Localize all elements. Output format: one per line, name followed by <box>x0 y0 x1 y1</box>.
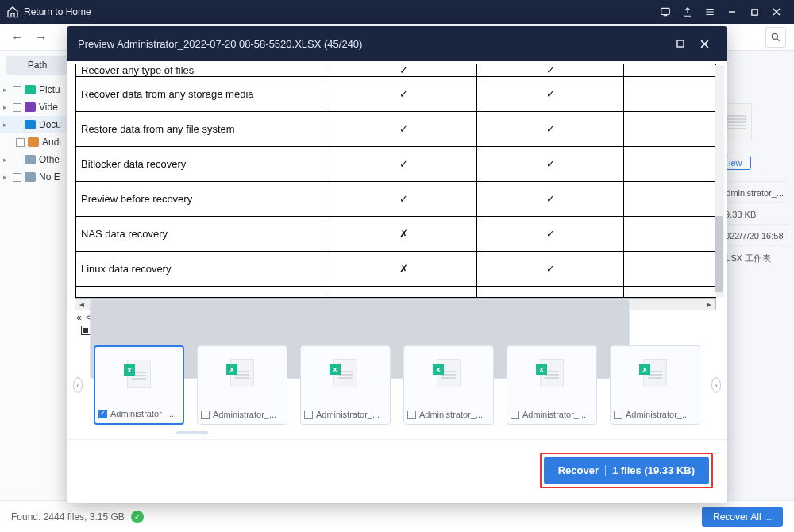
path-tab[interactable]: Path <box>6 56 68 75</box>
svg-rect-0 <box>661 8 670 14</box>
horizontal-scrollbar[interactable]: ◄► <box>75 298 716 310</box>
tree-checkbox[interactable] <box>13 156 21 164</box>
feature-cell: Recover data from any storage media <box>76 77 330 112</box>
forward-button[interactable]: → <box>32 28 51 47</box>
col2-cell: ✓ <box>477 64 624 77</box>
thumb-checkbox[interactable] <box>304 411 313 419</box>
sidebar-item[interactable]: ▸Docu <box>0 116 75 133</box>
svg-point-2 <box>772 33 777 39</box>
thumb-checkbox[interactable] <box>201 411 210 419</box>
menu-icon[interactable] <box>699 0 721 24</box>
thumb-checkbox[interactable] <box>511 411 519 419</box>
tree-checkbox[interactable] <box>13 173 21 182</box>
maximize-button[interactable] <box>743 0 765 24</box>
recover-button[interactable]: Recover 1 files (19.33 KB) <box>544 457 709 484</box>
col3-cell <box>624 64 715 77</box>
file-thumbnail[interactable]: xAdministrator_... <box>403 345 494 425</box>
spreadsheet-table: Recover any type of files✓✓Recover data … <box>75 64 715 298</box>
feedback-icon[interactable] <box>654 0 676 24</box>
tree-label: Audi <box>42 137 61 148</box>
sidebar-item[interactable]: ▸Pictu <box>0 81 75 98</box>
svg-rect-1 <box>751 9 757 14</box>
modal-footer: Recover 1 files (19.33 KB) <box>67 439 727 503</box>
col2-cell: ✓ <box>477 147 624 182</box>
detail-type: XLSX 工作表 <box>720 245 788 269</box>
sidebar-item[interactable]: ▸Vide <box>0 98 75 116</box>
feature-cell: Restore data from any file system <box>76 112 330 147</box>
modal-titlebar: Preview Administrator_2022-07-20 08-58-5… <box>67 26 727 61</box>
thumb-label: Administrator_... <box>213 410 276 419</box>
tree-label: No E <box>39 172 60 183</box>
xlsx-badge-icon: x <box>330 364 341 375</box>
col1-cell: ✓ <box>330 147 477 182</box>
back-button[interactable]: ← <box>8 28 27 47</box>
folder-icon <box>25 102 36 112</box>
col1-cell: ✓ <box>330 182 477 217</box>
folder-icon <box>25 85 36 94</box>
col2-cell: ✓ <box>477 77 624 112</box>
sidebar-item[interactable]: ▸Othe <box>0 151 75 168</box>
folder-icon <box>25 155 36 164</box>
svg-rect-3 <box>677 40 684 47</box>
search-button[interactable] <box>765 27 786 48</box>
col3-cell <box>624 112 715 147</box>
detail-size: 19.33 KB <box>720 202 788 224</box>
folder-icon <box>28 137 39 147</box>
tree-checkbox[interactable] <box>13 86 21 94</box>
recover-all-button[interactable]: Recover All ... <box>702 507 783 527</box>
return-home-link[interactable]: Return to Home <box>24 6 91 17</box>
tree-label: Pictu <box>39 84 60 95</box>
modal-close-button[interactable] <box>692 32 716 56</box>
share-icon[interactable] <box>676 0 699 24</box>
main-titlebar: Return to Home <box>0 0 794 24</box>
tree-label: Vide <box>39 102 58 113</box>
col1-cell: ✓ <box>330 287 477 299</box>
preview-modal: Preview Administrator_2022-07-20 08-58-5… <box>67 26 727 503</box>
col1-cell: ✗ <box>330 217 477 252</box>
detail-date: 2022/7/20 16:58 <box>720 224 788 245</box>
status-complete-icon: ✓ <box>131 511 144 523</box>
thumb-label: Administrator_... <box>316 410 380 419</box>
feature-cell: NAS data recovery <box>76 217 330 252</box>
sidebar-item[interactable]: Audi <box>0 133 75 151</box>
recover-button-highlight: Recover 1 files (19.33 KB) <box>540 453 713 488</box>
col3-cell <box>624 217 715 252</box>
feature-cell: Bitlocker data recovery <box>76 147 330 182</box>
file-thumbnail[interactable]: xAdministrator_... <box>507 345 597 425</box>
thumb-checkbox[interactable] <box>614 411 622 419</box>
thumbs-prev-button[interactable]: ‹ <box>73 377 83 393</box>
xlsx-badge-icon: x <box>124 364 135 376</box>
detail-name: Administrator_... <box>720 181 788 202</box>
feature-cell: Provide remote consultation and assistan… <box>76 287 330 299</box>
thumbs-next-button[interactable]: › <box>711 377 721 393</box>
xlsx-badge-icon: x <box>639 364 650 375</box>
col3-cell <box>624 252 715 287</box>
col1-cell: ✓ <box>330 77 477 112</box>
minimize-button[interactable] <box>721 0 743 24</box>
file-thumbnail[interactable]: xAdministrator_... <box>197 345 287 425</box>
tree-checkbox[interactable] <box>16 138 25 147</box>
col1-cell: ✗ <box>330 252 477 287</box>
feature-cell: Recover any type of files <box>76 64 330 77</box>
recover-button-label: Recover <box>558 465 599 476</box>
feature-cell: Linux data recovery <box>76 252 330 287</box>
thumb-checkbox[interactable] <box>407 411 416 419</box>
thumbs-progress <box>81 431 713 436</box>
thumb-checkbox[interactable] <box>98 410 107 418</box>
close-button[interactable] <box>765 0 788 24</box>
xlsx-badge-icon: x <box>536 364 547 375</box>
file-thumbnail[interactable]: xAdministrator_... <box>300 345 391 425</box>
thumb-label: Administrator_... <box>110 409 174 418</box>
spreadsheet-preview: Recover any type of files✓✓Recover data … <box>67 61 727 315</box>
modal-maximize-button[interactable] <box>669 32 692 56</box>
home-icon[interactable] <box>6 6 19 18</box>
col1-cell: ✓ <box>330 112 477 147</box>
file-thumbnail[interactable]: xAdministrator_... <box>94 345 184 425</box>
tree-checkbox[interactable] <box>13 121 21 129</box>
sidebar-item[interactable]: ▸No E <box>0 168 75 186</box>
tree-checkbox[interactable] <box>13 103 21 112</box>
details-panel: iew Administrator_... 19.33 KB 2022/7/20… <box>720 103 788 269</box>
file-thumbnail[interactable]: xAdministrator_... <box>610 345 700 425</box>
thumb-label: Administrator_... <box>419 410 483 419</box>
vertical-scrollbar[interactable] <box>715 65 724 297</box>
